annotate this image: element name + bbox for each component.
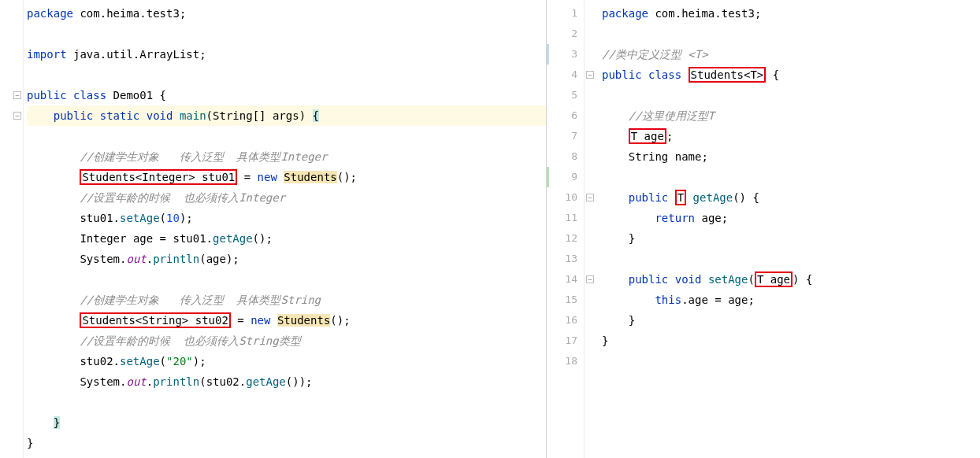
line-number: 7 xyxy=(547,126,584,146)
line-number: 13 xyxy=(547,249,584,269)
fold-icon[interactable]: − xyxy=(586,71,594,79)
line-number: 14 xyxy=(547,269,584,290)
line-number: 8 xyxy=(547,146,584,167)
line-number: 10 xyxy=(547,187,584,208)
line-number: 2 xyxy=(547,24,584,44)
highlight-students-integer: Students<Integer> stu01 xyxy=(80,169,237,185)
right-fold-gutter: − − − xyxy=(585,0,599,458)
left-code-area[interactable]: package com.heima.test3; import java.uti… xyxy=(24,0,546,458)
highlight-param: T age xyxy=(755,271,793,287)
left-editor-pane: ⚠ 5 ^ ∨ − 💡− package com.heima.test3; im… xyxy=(0,0,547,458)
right-code-area[interactable]: package com.heima.test3; //类中定义泛型 <T> pu… xyxy=(599,0,980,458)
highlight-return-type: T xyxy=(675,190,686,205)
line-number: 16 xyxy=(547,310,584,331)
right-editor[interactable]: 1 2 3 4 5 6 7 8 9 10 11 12 13 14 15 16 1… xyxy=(547,0,980,458)
line-number: 6 xyxy=(547,105,584,126)
line-number: 15 xyxy=(547,290,584,310)
highlight-class-decl: Students<T> xyxy=(689,67,767,83)
left-editor[interactable]: − 💡− package com.heima.test3; import jav… xyxy=(0,0,546,458)
line-number: 9 xyxy=(547,167,584,187)
fold-icon[interactable]: − xyxy=(586,194,594,201)
line-number: 3 xyxy=(547,44,584,65)
right-editor-pane: 类中定义泛型 1 2 3 4 5 6 7 8 9 10 11 12 13 14 … xyxy=(547,0,980,458)
fold-icon[interactable]: − xyxy=(586,275,594,283)
right-gutter: 1 2 3 4 5 6 7 8 9 10 11 12 13 14 15 16 1… xyxy=(547,0,585,458)
line-number: 5 xyxy=(547,85,584,105)
fold-icon[interactable]: − xyxy=(13,112,21,120)
line-number: 17 xyxy=(547,331,584,351)
fold-icon[interactable]: − xyxy=(13,91,21,99)
highlight-students-string: Students<String> stu02 xyxy=(80,312,230,328)
line-number: 4 xyxy=(547,65,584,85)
line-number: 11 xyxy=(547,208,584,228)
left-gutter: − 💡− xyxy=(0,0,24,458)
line-number: 1 xyxy=(547,3,584,24)
line-number: 12 xyxy=(547,228,584,249)
line-number: 18 xyxy=(547,351,584,371)
highlight-field-age: T age xyxy=(629,128,666,144)
